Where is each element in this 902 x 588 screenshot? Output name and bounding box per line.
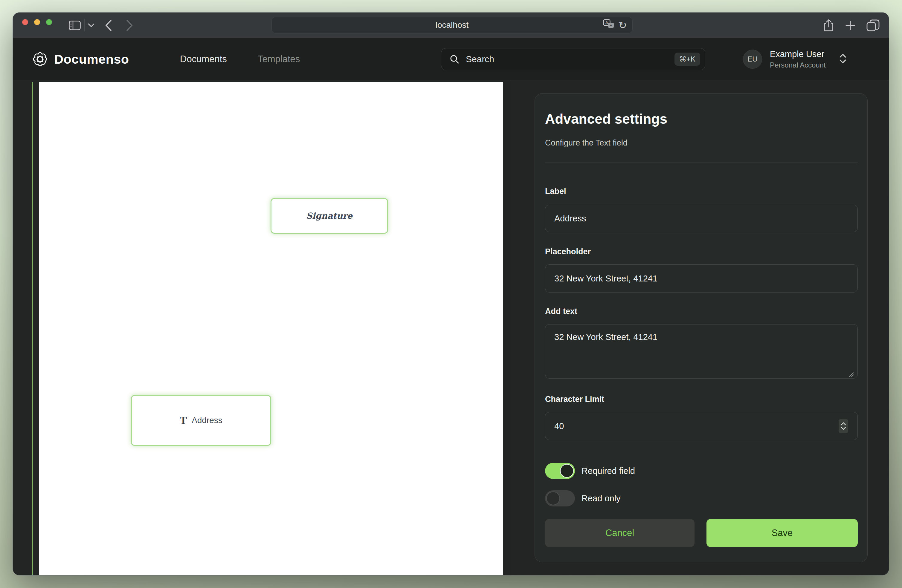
search-icon [449,55,459,64]
close-window-button[interactable] [22,19,28,25]
read-only-label: Read only [581,494,621,504]
share-icon[interactable] [820,13,838,38]
required-field-label: Required field [581,466,635,476]
required-field-toggle-row: Required field [545,463,635,479]
chevron-down-icon[interactable] [86,13,97,38]
read-only-toggle[interactable] [545,490,575,507]
required-field-toggle[interactable] [545,463,575,479]
signature-field[interactable]: Signature [271,198,388,234]
new-tab-icon[interactable] [842,13,859,38]
avatar: EU [743,50,762,69]
placeholder-field-label: Placeholder [545,247,591,256]
text-field-label: Address [192,416,222,425]
label-input[interactable] [545,205,858,232]
documenso-logo-icon[interactable] [32,51,48,67]
number-stepper[interactable] [839,419,848,433]
nav-item-templates[interactable]: Templates [258,38,300,80]
signature-field-label: Signature [306,211,352,221]
content-divider [510,80,511,575]
text-field-address[interactable]: T Address [131,395,271,446]
toggle-knob [560,464,574,478]
panel-subtitle: Configure the Text field [545,138,628,148]
minimize-window-button[interactable] [34,19,40,25]
back-button[interactable] [101,13,116,38]
advanced-settings-panel: Advanced settings Configure the Text fie… [534,93,868,562]
chevron-up-down-icon [839,53,847,65]
zoom-window-button[interactable] [46,19,52,25]
document-page [39,82,503,575]
toggle-knob [546,491,560,505]
user-name: Example User [770,49,826,59]
svg-text:✦: ✦ [609,23,612,28]
add-text-textarea[interactable]: 32 New York Street, 41241 [545,324,858,378]
text-type-icon: T [180,414,187,427]
svg-text:A: A [605,20,608,25]
address-bar[interactable]: localhost A ✦ ↻ [271,17,633,33]
browser-window: localhost A ✦ ↻ [13,13,889,575]
main-content: Signature T Address Advanced settings Co… [13,80,889,575]
search-input[interactable] [466,54,675,64]
placeholder-input[interactable] [545,264,858,292]
recipient-color-strip [32,82,33,575]
save-button[interactable]: Save [706,519,858,547]
forward-button[interactable] [122,13,137,38]
character-limit-field-label: Character Limit [545,395,604,404]
add-text-field-label: Add text [545,307,577,316]
user-menu[interactable]: EU Example User Personal Account [743,38,847,80]
panel-divider [545,163,858,163]
tab-overview-icon[interactable] [863,13,883,38]
toolbar-divider [84,19,85,31]
browser-toolbar: localhost A ✦ ↻ [13,13,889,38]
search-box[interactable]: ⌘+K [441,48,705,70]
search-shortcut-badge: ⌘+K [675,53,700,66]
nav-item-documents[interactable]: Documents [180,38,227,80]
user-account-type: Personal Account [770,61,826,69]
sidebar-toggle-icon[interactable] [67,13,82,38]
url-text: localhost [435,20,469,30]
panel-title: Advanced settings [545,111,667,127]
brand-name[interactable]: Documenso [54,38,129,80]
label-field-label: Label [545,187,566,196]
reload-icon[interactable]: ↻ [619,20,627,30]
translate-icon[interactable]: A ✦ [603,19,614,31]
avatar-initials: EU [747,55,757,63]
resize-handle[interactable] [847,371,854,377]
character-limit-input[interactable] [545,412,858,440]
read-only-toggle-row: Read only [545,490,621,507]
app-header: Documenso Documents Templates ⌘+K EU Exa… [13,38,889,80]
cancel-button[interactable]: Cancel [545,519,695,547]
